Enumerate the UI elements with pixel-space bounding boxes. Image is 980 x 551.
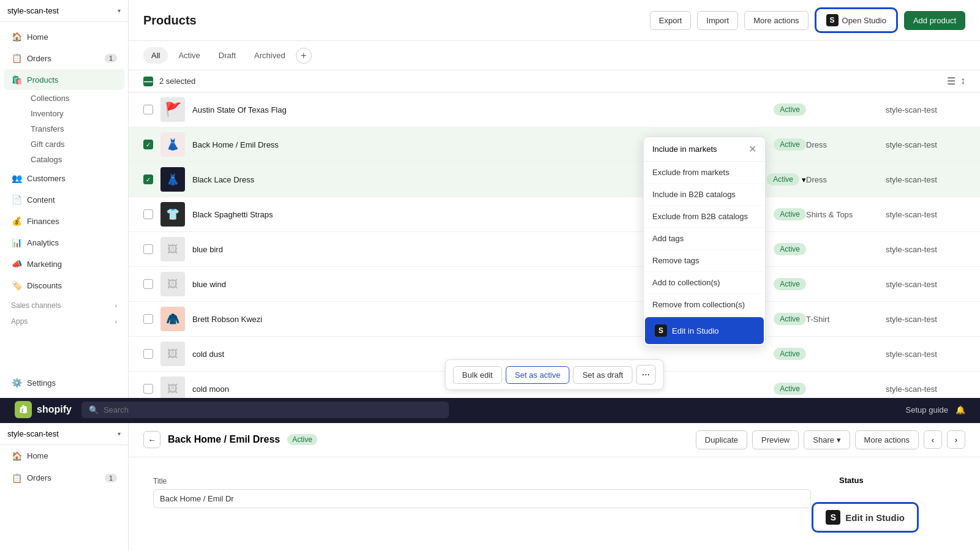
product-thumb-6: 🖼: [160, 272, 185, 296]
table-row[interactable]: 🚩 Austin State Of Texas Flag Active styl…: [129, 92, 980, 127]
duplicate-button[interactable]: Duplicate: [696, 430, 747, 449]
status-dropdown-3[interactable]: ▾: [802, 175, 806, 184]
sidebar-item-orders[interactable]: 📋 Orders 1: [4, 48, 124, 69]
sidebar-item-analytics[interactable]: 📊 Analytics: [4, 232, 124, 253]
filter-icon[interactable]: ☰: [947, 75, 956, 87]
shopify-icon: [15, 401, 32, 418]
dropdown-close-button[interactable]: ✕: [748, 143, 756, 155]
title-label: Title: [153, 477, 811, 485]
sales-channels-label: Sales channels: [11, 301, 61, 310]
setup-guide-link[interactable]: Setup guide: [906, 405, 948, 414]
search-input[interactable]: [104, 405, 442, 414]
store-selector[interactable]: style-scan-test ▾: [0, 0, 128, 22]
dropdown-remove-collection[interactable]: Remove from collection(s): [644, 294, 765, 316]
store-chevron-icon: ▾: [118, 7, 121, 14]
bulk-edit-button[interactable]: Bulk edit: [453, 366, 502, 384]
table-row[interactable]: 🖼 blue wind Active style-scan-test: [129, 267, 980, 302]
sidebar-item-collections[interactable]: Collections: [23, 91, 128, 106]
sidebar-item-content[interactable]: 📄 Content: [4, 189, 124, 210]
bottom-chevron-icon: ▾: [118, 430, 121, 437]
set-active-button[interactable]: Set as active: [505, 366, 569, 384]
table-row[interactable]: ✓ 👗 Back Home / Emil Dress Active Dress …: [129, 127, 980, 162]
share-button[interactable]: Share ▾: [804, 430, 850, 449]
bottom-section: style-scan-test ▾ 🏠 Home 📋 Orders 1 ← Ba…: [0, 422, 980, 551]
table-row[interactable]: 🧥 Brett Robson Kwezi Active T-Shirt styl…: [129, 302, 980, 337]
sidebar-item-finances[interactable]: 💰 Finances: [4, 211, 124, 231]
product-next-button[interactable]: ›: [947, 430, 965, 449]
sidebar-item-inventory[interactable]: Inventory: [23, 106, 128, 121]
product-thumb-4: 👕: [160, 202, 185, 227]
status-badge-8: Active: [774, 348, 806, 360]
apps-section[interactable]: Apps ›: [0, 312, 128, 328]
table-row[interactable]: 🖼 blue bird Active style-scan-test: [129, 232, 980, 267]
tab-archived[interactable]: Archived: [246, 47, 293, 64]
dropdown-add-collection[interactable]: Add to collection(s): [644, 272, 765, 294]
sidebar-item-discounts[interactable]: 🏷️ Discounts: [4, 275, 124, 296]
back-button[interactable]: ←: [143, 431, 160, 448]
row-checkbox-8[interactable]: [143, 349, 153, 359]
bottom-store-selector[interactable]: style-scan-test ▾: [0, 423, 128, 445]
add-tab-button[interactable]: +: [296, 48, 312, 64]
sidebar-item-home[interactable]: 🏠 Home: [4, 26, 124, 47]
dropdown-edit-studio[interactable]: S Edit in Studio: [645, 317, 764, 344]
dropdown-add-tags[interactable]: Add tags: [644, 228, 765, 250]
sidebar-item-customers[interactable]: 👥 Customers: [4, 168, 124, 189]
app-wrapper: style-scan-test ▾ 🏠 Home 📋 Orders 1 🛍️ P…: [0, 0, 980, 551]
bottom-nav-orders[interactable]: 📋 Orders 1: [4, 468, 124, 489]
product-page-title: Back Home / Emil Dress: [168, 434, 280, 445]
more-actions-button[interactable]: More actions: [744, 11, 808, 30]
bulk-more-button[interactable]: ···: [636, 365, 655, 384]
tab-draft[interactable]: Draft: [211, 47, 244, 64]
sales-channels-section[interactable]: Sales channels ›: [0, 296, 128, 312]
filter-bar: All Active Draft Archived +: [129, 41, 980, 70]
sidebar-item-transfers[interactable]: Transfers: [23, 121, 128, 137]
dropdown-exclude-markets[interactable]: Exclude from markets: [644, 162, 765, 184]
sidebar-item-home-label: Home: [27, 32, 48, 42]
sidebar-item-content-label: Content: [27, 195, 55, 204]
select-all-checkbox[interactable]: —: [143, 77, 153, 86]
row-checkbox-4[interactable]: [143, 209, 153, 219]
dropdown-remove-tags[interactable]: Remove tags: [644, 250, 765, 272]
export-button[interactable]: Export: [650, 11, 692, 30]
discounts-icon: 🏷️: [11, 280, 22, 291]
row-checkbox-7[interactable]: [143, 314, 153, 324]
dropdown-exclude-b2b[interactable]: Exclude from B2B catalogs: [644, 206, 765, 228]
product-more-button[interactable]: More actions: [855, 430, 919, 449]
add-product-button[interactable]: Add product: [904, 11, 965, 30]
edit-in-studio-button[interactable]: S Edit in Studio: [812, 502, 919, 533]
tab-active[interactable]: Active: [170, 47, 208, 64]
row-checkbox-1[interactable]: [143, 105, 153, 114]
back-icon: ←: [148, 435, 156, 444]
set-draft-button[interactable]: Set as draft: [573, 366, 632, 384]
product-thumb-5: 🖼: [160, 237, 185, 261]
notification-bell-icon[interactable]: 🔔: [956, 405, 965, 414]
product-thumb-7: 🧥: [160, 307, 185, 331]
table-row[interactable]: 👕 Black Spaghetti Straps Active Shirts &…: [129, 197, 980, 232]
open-studio-button[interactable]: S Open Studio: [815, 7, 898, 33]
table-row[interactable]: ✓ 👗 Black Lace Dress Active ▾ Dress styl…: [129, 162, 980, 197]
title-section: Title: [143, 467, 821, 518]
row-checkbox-2[interactable]: ✓: [143, 140, 153, 149]
product-vendor-2: style-scan-test: [886, 140, 965, 149]
row-checkbox-5[interactable]: [143, 244, 153, 254]
store-name: style-scan-test: [7, 6, 114, 15]
row-checkbox-6[interactable]: [143, 279, 153, 289]
sidebar-item-products[interactable]: 🛍️ Products: [4, 69, 124, 90]
tab-all[interactable]: All: [143, 47, 168, 64]
product-status-badge: Active: [287, 434, 317, 445]
row-checkbox-9[interactable]: [143, 384, 153, 394]
sidebar-item-settings[interactable]: ⚙️ Settings: [4, 372, 124, 393]
product-prev-button[interactable]: ‹: [924, 430, 942, 449]
sort-icon[interactable]: ↕: [960, 75, 965, 87]
preview-button[interactable]: Preview: [752, 430, 799, 449]
sidebar-item-gift-cards[interactable]: Gift cards: [23, 137, 128, 152]
bottom-nav-home[interactable]: 🏠 Home: [4, 446, 124, 467]
bottom-store-name: style-scan-test: [7, 429, 114, 438]
sidebar-item-catalogs[interactable]: Catalogs: [23, 152, 128, 167]
import-button[interactable]: Import: [697, 11, 738, 30]
row-checkbox-3[interactable]: ✓: [143, 174, 153, 184]
title-input[interactable]: [153, 489, 811, 508]
search-bar[interactable]: 🔍: [81, 402, 449, 418]
dropdown-include-b2b[interactable]: Include in B2B catalogs: [644, 184, 765, 206]
sidebar-item-marketing[interactable]: 📣 Marketing: [4, 253, 124, 274]
